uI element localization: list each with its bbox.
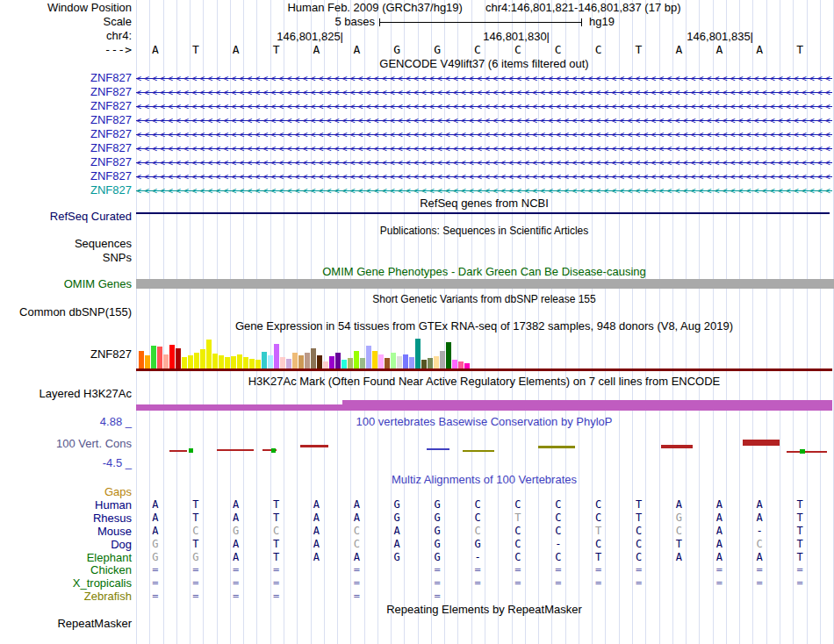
species-label[interactable]: Mouse (0, 526, 132, 538)
gtex-tissue-bar[interactable] (182, 357, 187, 369)
gtex-tissue-bar[interactable] (428, 358, 433, 369)
multiz-track-title[interactable]: Multiz Alignments of 100 Vertebrates (136, 474, 832, 486)
gtex-tissue-bar[interactable] (378, 354, 384, 369)
gencode-gene-item[interactable]: <<<<<<<<<<<<<<<<<<<<<<<<<<<<<<<<<<<<<<<<… (136, 73, 832, 84)
gtex-tissue-bar[interactable] (415, 339, 421, 369)
gencode-gene-item[interactable]: <<<<<<<<<<<<<<<<<<<<<<<<<<<<<<<<<<<<<<<<… (136, 129, 832, 140)
refseq-track-title[interactable]: RefSeq genes from NCBI (136, 197, 832, 210)
gencode-item-label[interactable]: ZNF827 (0, 72, 132, 84)
gtex-tissue-bar[interactable] (151, 346, 156, 369)
species-label[interactable]: Chicken (0, 564, 132, 576)
gtex-tissue-bar[interactable] (446, 342, 451, 369)
gtex-tissue-bar[interactable] (219, 355, 224, 369)
gtex-tissue-bar[interactable] (440, 351, 445, 369)
repeatmasker-track-title[interactable]: Repeating Elements by RepeatMasker (136, 604, 832, 616)
gtex-tissue-bar[interactable] (169, 345, 175, 369)
gtex-tissue-bar[interactable] (360, 358, 365, 369)
gencode-item-label[interactable]: ZNF827 (0, 170, 132, 182)
gencode-item-label[interactable]: ZNF827 (0, 100, 132, 112)
gtex-tissue-bar[interactable] (298, 355, 304, 369)
species-label[interactable]: X_tropicalis (0, 577, 132, 590)
gencode-gene-item[interactable]: <<<<<<<<<<<<<<<<<<<<<<<<<<<<<<<<<<<<<<<<… (136, 101, 832, 112)
h3k27ac-label[interactable]: Layered H3K27Ac (0, 388, 132, 400)
species-label[interactable]: Dog (0, 539, 132, 551)
gtex-tissue-bar[interactable] (292, 353, 298, 369)
gtex-tissue-bar[interactable] (176, 348, 181, 369)
dbsnp-label[interactable]: Common dbSNP(155) (0, 306, 132, 318)
gencode-gene-item[interactable]: <<<<<<<<<<<<<<<<<<<<<<<<<<<<<<<<<<<<<<<<… (136, 185, 832, 197)
species-label[interactable]: Elephant (0, 552, 132, 564)
gtex-tissue-bar[interactable] (280, 357, 285, 369)
gtex-tissue-bar[interactable] (403, 354, 408, 369)
gtex-tissue-bar[interactable] (434, 356, 439, 369)
gtex-tissue-bar[interactable] (268, 355, 273, 369)
omim-gene-bar[interactable] (136, 279, 834, 289)
gtex-tissue-bar[interactable] (243, 357, 248, 369)
gencode-gene-item[interactable]: <<<<<<<<<<<<<<<<<<<<<<<<<<<<<<<<<<<<<<<<… (136, 115, 832, 126)
gtex-tissue-bar[interactable] (305, 353, 310, 369)
gtex-tissue-bar[interactable] (145, 355, 150, 369)
gtex-tissue-bar[interactable] (163, 354, 169, 369)
gtex-gene-label[interactable]: ZNF827 (0, 348, 132, 361)
gtex-tissue-bar[interactable] (366, 346, 371, 369)
gtex-tissue-bar[interactable] (206, 340, 212, 369)
gencode-item-label[interactable]: ZNF827 (0, 114, 132, 126)
dbsnp-track-title[interactable]: Short Genetic Variants from dbSNP releas… (136, 293, 832, 305)
gencode-track-title[interactable]: GENCODE V49lift37 (6 items filtered out) (136, 58, 832, 70)
gtex-tissue-bar[interactable] (409, 357, 414, 369)
publications-track-title[interactable]: Publications: Sequences in Scientific Ar… (136, 225, 832, 237)
gencode-gene-item[interactable]: <<<<<<<<<<<<<<<<<<<<<<<<<<<<<<<<<<<<<<<<… (136, 171, 832, 182)
omim-genes-label[interactable]: OMIM Genes (0, 278, 132, 290)
gencode-item-label[interactable]: ZNF827 (0, 184, 132, 197)
gtex-tissue-bar[interactable] (249, 359, 255, 369)
gtex-tissue-bar[interactable] (225, 357, 230, 369)
gtex-tissue-bar[interactable] (139, 351, 144, 369)
gtex-tissue-bar[interactable] (274, 344, 279, 369)
gtex-tissue-bar[interactable] (385, 358, 390, 369)
snps-label[interactable]: SNPs (0, 252, 132, 264)
gtex-tissue-bar[interactable] (255, 360, 261, 369)
gencode-item-label[interactable]: ZNF827 (0, 128, 132, 140)
strand-arrow-label[interactable]: ---> (0, 44, 132, 56)
h3k27ac-peak[interactable] (136, 404, 342, 411)
gtex-tissue-bar[interactable] (231, 356, 236, 369)
gtex-tissue-bar[interactable] (329, 356, 334, 369)
gtex-tissue-bar[interactable] (391, 353, 396, 369)
gtex-tissue-bar[interactable] (237, 354, 242, 369)
species-label[interactable]: Gaps (0, 486, 132, 498)
gtex-track-title[interactable]: Gene Expression in 54 tissues from GTEx … (136, 320, 832, 333)
h3k27ac-track-title[interactable]: H3K27Ac Mark (Often Found Near Active Re… (136, 376, 832, 388)
refseq-gene-item[interactable] (136, 212, 830, 214)
gtex-tissue-bar[interactable] (335, 353, 341, 369)
gtex-tissue-bar[interactable] (397, 356, 402, 369)
repeatmasker-label[interactable]: RepeatMasker (0, 618, 132, 630)
species-label[interactable]: Zebrafish (0, 590, 132, 603)
refseq-curated-label[interactable]: RefSeq Curated (0, 211, 132, 223)
gtex-tissue-bar[interactable] (458, 361, 464, 369)
phylop-track-title[interactable]: 100 vertebrates Basewise Conservation by… (136, 416, 832, 428)
gtex-tissue-bar[interactable] (452, 360, 457, 369)
gtex-tissue-bar[interactable] (317, 355, 322, 369)
gtex-tissue-bar[interactable] (157, 347, 162, 369)
gtex-tissue-bar[interactable] (421, 360, 427, 369)
gtex-tissue-bar[interactable] (194, 353, 199, 369)
species-label[interactable]: Rhesus (0, 512, 132, 525)
gtex-tissue-bar[interactable] (372, 351, 377, 369)
gtex-tissue-bar[interactable] (286, 359, 291, 369)
h3k27ac-peak[interactable] (342, 400, 832, 411)
gtex-tissue-bar[interactable] (323, 361, 328, 369)
gtex-tissue-bar[interactable] (311, 348, 316, 369)
gtex-tissue-bar[interactable] (354, 351, 359, 369)
sequences-label[interactable]: Sequences (0, 238, 132, 250)
gtex-tissue-bar[interactable] (348, 358, 353, 369)
gencode-item-label[interactable]: ZNF827 (0, 156, 132, 168)
gtex-tissue-bar[interactable] (262, 352, 267, 369)
gencode-gene-item[interactable]: <<<<<<<<<<<<<<<<<<<<<<<<<<<<<<<<<<<<<<<<… (136, 143, 832, 154)
gencode-gene-item[interactable]: <<<<<<<<<<<<<<<<<<<<<<<<<<<<<<<<<<<<<<<<… (136, 157, 832, 168)
gtex-tissue-bar[interactable] (342, 360, 347, 369)
gtex-tissue-bar[interactable] (188, 355, 193, 369)
gencode-gene-item[interactable]: <<<<<<<<<<<<<<<<<<<<<<<<<<<<<<<<<<<<<<<<… (136, 87, 832, 98)
gtex-bar-chart[interactable] (139, 339, 472, 369)
species-label[interactable]: Human (0, 499, 132, 512)
phylop-label[interactable]: 100 Vert. Cons (0, 438, 132, 450)
